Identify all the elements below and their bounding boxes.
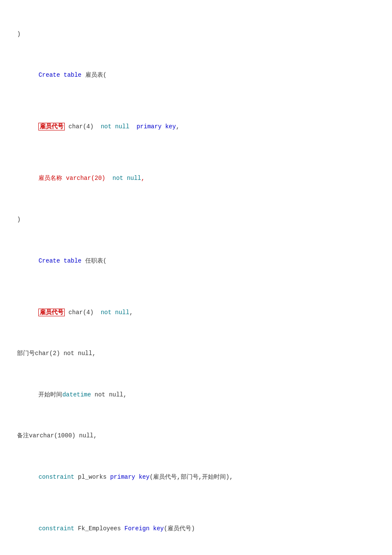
line-remarks: 备注varchar(1000) null, <box>17 431 375 441</box>
line-create-table-duties: Create table 任职表( <box>17 245 375 277</box>
line-constraint-fk-employees: constraint Fk_Employees Foreign key(雇员代号… <box>17 513 375 545</box>
code-section-1: ) Create table 雇员表( 雇员代号 char(4) not nul… <box>17 9 375 555</box>
line-employee-id-2: 雇员代号 char(4) not null, <box>17 297 375 328</box>
line-start-time: 开始时间datetime not null, <box>17 379 375 410</box>
line-employee-id-1: 雇员代号 char(4) not null primary key, <box>17 111 375 143</box>
line-dept-no: 部门号char(2) not null, <box>17 348 375 359</box>
line-create-table-employee: Create table 雇员表( <box>17 60 375 91</box>
line-constraint-pk: constraint pl_works primary key(雇员代号,部门号… <box>17 462 375 493</box>
line-close-paren: ) <box>17 29 375 40</box>
line-close-paren2: ) <box>17 214 375 225</box>
line-employee-name: 雇员名称 varchar(20) not null, <box>17 163 375 194</box>
page-content: ) Create table 雇员表( 雇员代号 char(4) not nul… <box>17 9 375 555</box>
